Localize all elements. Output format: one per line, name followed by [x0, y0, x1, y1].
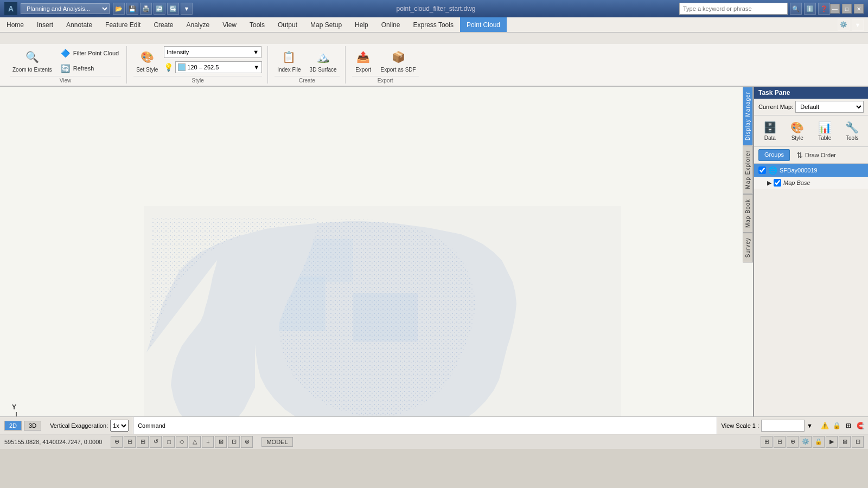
coord-btn-8[interactable]: +	[202, 436, 214, 448]
coord-rt-5[interactable]: 🔒	[813, 436, 825, 448]
viewport[interactable]: — □ ✕	[0, 87, 754, 416]
coord-btn-11[interactable]: ⊗	[241, 436, 253, 448]
coord-rt-7[interactable]: ⊠	[839, 436, 851, 448]
menu-online[interactable]: Online	[375, 17, 407, 32]
sfbay-checkbox[interactable]	[758, 166, 766, 174]
survey-tab[interactable]: Survey	[743, 233, 753, 262]
menu-map-setup[interactable]: Map Setup	[304, 17, 348, 32]
3d-surface-icon: 🏔️	[315, 48, 332, 66]
menu-tools[interactable]: Tools	[243, 17, 271, 32]
more-button[interactable]: ▼	[181, 3, 193, 15]
menu-annotate[interactable]: Annotate	[60, 17, 99, 32]
menu-view[interactable]: View	[216, 17, 243, 32]
coord-rt-2[interactable]: ⊟	[774, 436, 786, 448]
3d-view-button[interactable]: 3D	[24, 421, 41, 431]
range-dropdown[interactable]: 120 – 262.5 ▼	[175, 61, 262, 73]
refresh-button[interactable]: 🔄 Refresh	[58, 62, 121, 75]
tools-icon-button[interactable]: 🔧 Tools	[841, 119, 863, 143]
intensity-label: Intensity	[167, 49, 189, 55]
coord-rt-8[interactable]: ⊡	[852, 436, 864, 448]
filter-point-cloud-button[interactable]: 🔷 Filter Point Cloud	[58, 47, 121, 60]
export-button[interactable]: 📤 Export	[352, 47, 375, 74]
vert-exag-dropdown[interactable]: 1x	[110, 420, 129, 432]
map-base-checkbox[interactable]	[774, 179, 781, 187]
coord-rt-6[interactable]: ▶	[826, 436, 838, 448]
menu-create[interactable]: Create	[147, 17, 180, 32]
menu-feature-edit[interactable]: Feature Edit	[99, 17, 147, 32]
display-manager-tab[interactable]: Display Manager	[743, 87, 753, 145]
command-input[interactable]	[133, 417, 717, 434]
main-area: — □ ✕	[0, 87, 868, 416]
maximize-button[interactable]: □	[842, 4, 852, 14]
menu-help[interactable]: Help	[348, 17, 375, 32]
menu-extra-button[interactable]: ⚙️	[838, 19, 850, 31]
grid-icon[interactable]: ⊞	[843, 420, 854, 431]
current-map-dropdown[interactable]: Default	[795, 101, 864, 113]
coord-btn-7[interactable]: △	[189, 436, 201, 448]
ribbon-group-style-items: 🎨 Set Style Intensity ▼ 💡	[133, 46, 262, 75]
coord-btn-1[interactable]: ⊕	[111, 436, 123, 448]
layer-sfbay[interactable]: 🌐 SFBay000019	[754, 164, 868, 177]
model-button[interactable]: MODEL	[261, 437, 292, 447]
search-input[interactable]	[679, 3, 788, 15]
view-scale-input[interactable]: 863.675	[761, 420, 805, 432]
menu-home[interactable]: Home	[0, 17, 30, 32]
search-button[interactable]: 🔍	[790, 3, 802, 15]
plot-button[interactable]: 🖨️	[140, 3, 152, 15]
sfbay-layer-name: SFBay000019	[780, 167, 818, 174]
menu-point-cloud[interactable]: Point Cloud	[460, 17, 507, 32]
side-tabs: Display Manager Map Explorer Map Book Su…	[743, 87, 753, 262]
2d-view-button[interactable]: 2D	[4, 421, 22, 431]
coord-rt-3[interactable]: ⊕	[787, 436, 799, 448]
menu-analyze[interactable]: Analyze	[180, 17, 216, 32]
menu-insert[interactable]: Insert	[30, 17, 60, 32]
coord-btn-6[interactable]: ◇	[176, 436, 188, 448]
coord-btn-5[interactable]: □	[163, 436, 175, 448]
help-button[interactable]: ❓	[818, 3, 830, 15]
menu-express-tools[interactable]: Express Tools	[406, 17, 459, 32]
coord-btn-4[interactable]: ↺	[150, 436, 162, 448]
snap-icon[interactable]: 🧲	[855, 420, 866, 431]
coord-btn-9[interactable]: ⊠	[215, 436, 227, 448]
intensity-dropdown[interactable]: Intensity ▼	[164, 46, 261, 58]
minimize-button[interactable]: —	[830, 4, 840, 14]
coord-rt-1[interactable]: ⊞	[761, 436, 773, 448]
set-style-button[interactable]: 🎨 Set Style	[133, 47, 161, 74]
status-bar: 2D 3D Vertical Exaggeration: 1x View Sca…	[0, 416, 868, 434]
coord-btn-3[interactable]: ⊞	[137, 436, 149, 448]
range-dropdown-row: 💡 120 – 262.5 ▼	[164, 61, 262, 73]
layer-map-base[interactable]: ▶ Map Base	[754, 177, 868, 189]
open-folder-button[interactable]: 📂	[113, 3, 125, 15]
warning-icon[interactable]: ⚠️	[819, 420, 830, 431]
layer-list: 🌐 SFBay000019 ▶ Map Base	[754, 164, 868, 416]
data-icon: 🗄️	[763, 121, 777, 134]
view-scale-dropdown[interactable]: ▼	[807, 422, 813, 429]
index-file-icon: 📋	[280, 48, 298, 66]
3d-surface-button[interactable]: 🏔️ 3D Surface	[307, 47, 340, 74]
groups-tab[interactable]: Groups	[758, 149, 790, 161]
index-file-button[interactable]: 📋 Index File	[275, 47, 303, 74]
style-icon-button[interactable]: 🎨 Style	[786, 119, 808, 143]
export-sdf-button[interactable]: 📦 Export as SDF	[378, 47, 419, 74]
task-pane-title: Task Pane	[758, 89, 790, 97]
zoom-to-extents-button[interactable]: 🔍 Zoom to Extents	[10, 47, 55, 74]
table-icon-button[interactable]: 📊 Table	[814, 119, 836, 143]
draw-order-tab[interactable]: ⇅ Draw Order	[792, 149, 840, 161]
create-group-label: Create	[275, 76, 339, 84]
close-button[interactable]: ✕	[854, 4, 864, 14]
redo-button[interactable]: ↪️	[167, 3, 179, 15]
coord-btn-2[interactable]: ⊟	[124, 436, 136, 448]
app-dropdown[interactable]: Planning and Analysis...	[21, 3, 110, 14]
save-button[interactable]: 💾	[126, 3, 138, 15]
info-button[interactable]: ℹ️	[804, 3, 816, 15]
coord-rt-4[interactable]: ⚙️	[800, 436, 812, 448]
lock-icon[interactable]: 🔒	[831, 420, 842, 431]
coord-btn-10[interactable]: ⊡	[228, 436, 240, 448]
undo-button[interactable]: ↩️	[154, 3, 165, 15]
menu-output[interactable]: Output	[271, 17, 304, 32]
map-explorer-tab[interactable]: Map Explorer	[743, 145, 753, 194]
map-book-tab[interactable]: Map Book	[743, 194, 753, 233]
menu-arrow-button[interactable]: ▼	[852, 19, 864, 31]
data-icon-button[interactable]: 🗄️ Data	[759, 119, 781, 143]
index-file-label: Index File	[277, 67, 301, 73]
